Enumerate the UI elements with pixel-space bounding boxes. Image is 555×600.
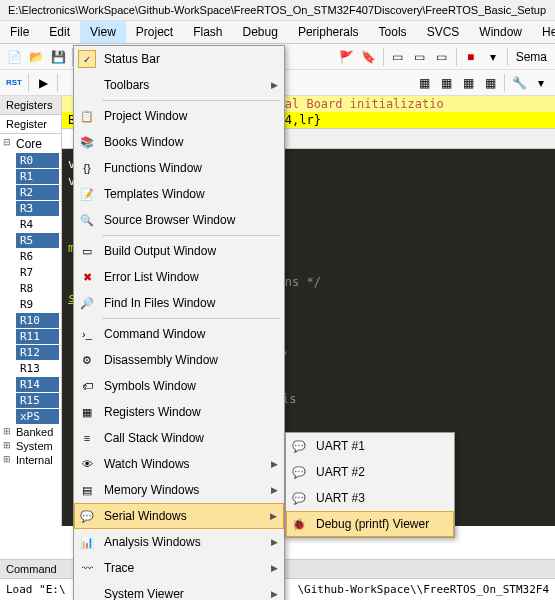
save-icon[interactable]: 💾: [48, 47, 68, 67]
grid-icon[interactable]: ▦: [414, 73, 434, 93]
register-R10[interactable]: R10: [16, 313, 59, 328]
register-R7[interactable]: R7: [16, 265, 59, 280]
register-tab[interactable]: Register: [0, 115, 61, 134]
menu-error-list-window[interactable]: ✖Error List Window: [74, 264, 284, 290]
menu-find-in-files-window[interactable]: 🔎Find In Files Window: [74, 290, 284, 316]
new-icon[interactable]: 📄: [4, 47, 24, 67]
menu-registers-window[interactable]: ▦Registers Window: [74, 399, 284, 425]
separator: [102, 318, 280, 319]
menu-symbols-window[interactable]: 🏷Symbols Window: [74, 373, 284, 399]
menu-edit[interactable]: Edit: [39, 21, 80, 43]
uart-icon: 💬: [290, 463, 308, 481]
tool-icon[interactable]: ▾: [483, 47, 503, 67]
tool-icon[interactable]: ▾: [531, 73, 551, 93]
register-xPS[interactable]: xPS: [16, 409, 59, 424]
menu-project-window[interactable]: 📋Project Window: [74, 103, 284, 129]
register-R0[interactable]: R0: [16, 153, 59, 168]
menu-templates-window[interactable]: 📝Templates Window: [74, 181, 284, 207]
register-group-core[interactable]: Core: [2, 136, 59, 152]
menu-build-output-window[interactable]: ▭Build Output Window: [74, 238, 284, 264]
books-icon: 📚: [78, 133, 96, 151]
register-group-banked[interactable]: Banked: [2, 425, 59, 439]
menu-watch-windows[interactable]: 👁Watch Windows▶: [74, 451, 284, 477]
register-R15[interactable]: R15: [16, 393, 59, 408]
menu-toolbars[interactable]: Toolbars▶: [74, 72, 284, 98]
menu-flash[interactable]: Flash: [183, 21, 232, 43]
submenu-uart2[interactable]: 💬UART #2: [286, 459, 454, 485]
uart-icon: 💬: [290, 489, 308, 507]
submenu-uart1[interactable]: 💬UART #1: [286, 433, 454, 459]
grid-icon[interactable]: ▦: [480, 73, 500, 93]
bookmark-icon[interactable]: 🔖: [359, 47, 379, 67]
registers-title: Registers: [0, 96, 61, 115]
separator: [507, 48, 508, 66]
menu-books-window[interactable]: 📚Books Window: [74, 129, 284, 155]
register-R4[interactable]: R4: [16, 217, 59, 232]
menu-file[interactable]: File: [0, 21, 39, 43]
menu-command-window[interactable]: ›_Command Window: [74, 321, 284, 347]
menu-call-stack-window[interactable]: ≡Call Stack Window: [74, 425, 284, 451]
menu-project[interactable]: Project: [126, 21, 183, 43]
menu-status-bar[interactable]: ✓Status Bar: [74, 46, 284, 72]
menu-functions-window[interactable]: {}Functions Window: [74, 155, 284, 181]
menu-source-browser-window[interactable]: 🔍Source Browser Window: [74, 207, 284, 233]
tool-icon[interactable]: 🔧: [509, 73, 529, 93]
register-R11[interactable]: R11: [16, 329, 59, 344]
reset-icon[interactable]: RST: [4, 73, 24, 93]
serial-windows-submenu: 💬UART #1 💬UART #2 💬UART #3 🐞Debug (print…: [285, 432, 455, 538]
menubar: File Edit View Project Flash Debug Perip…: [0, 21, 555, 44]
submenu-arrow-icon: ▶: [271, 80, 278, 90]
window-icon[interactable]: ▭: [410, 47, 430, 67]
printf-icon: 🐞: [290, 515, 308, 533]
memory-icon: ▤: [78, 481, 96, 499]
register-R6[interactable]: R6: [16, 249, 59, 264]
blank-icon: [78, 76, 96, 94]
run-icon[interactable]: ▶: [33, 73, 53, 93]
menu-serial-windows[interactable]: 💬Serial Windows▶: [74, 503, 284, 529]
submenu-debug-printf-viewer[interactable]: 🐞Debug (printf) Viewer: [286, 511, 454, 537]
flag-icon[interactable]: 🚩: [337, 47, 357, 67]
register-R12[interactable]: R12: [16, 345, 59, 360]
menu-svcs[interactable]: SVCS: [417, 21, 470, 43]
menu-debug[interactable]: Debug: [233, 21, 288, 43]
analysis-icon: 📊: [78, 533, 96, 551]
menu-analysis-windows[interactable]: 📊Analysis Windows▶: [74, 529, 284, 555]
error-icon: ✖: [78, 268, 96, 286]
register-R9[interactable]: R9: [16, 297, 59, 312]
tool-icon[interactable]: ■: [461, 47, 481, 67]
separator: [102, 235, 280, 236]
window-icon[interactable]: ▭: [432, 47, 452, 67]
menu-window[interactable]: Window: [469, 21, 532, 43]
browser-icon: 🔍: [78, 211, 96, 229]
grid-icon[interactable]: ▦: [458, 73, 478, 93]
menu-disassembly-window[interactable]: ⚙Disassembly Window: [74, 347, 284, 373]
register-R14[interactable]: R14: [16, 377, 59, 392]
symbols-icon: 🏷: [78, 377, 96, 395]
register-group-system[interactable]: System: [2, 439, 59, 453]
watch-icon: 👁: [78, 455, 96, 473]
menu-peripherals[interactable]: Peripherals: [288, 21, 369, 43]
templates-icon: 📝: [78, 185, 96, 203]
uart-icon: 💬: [290, 437, 308, 455]
project-icon: 📋: [78, 107, 96, 125]
window-icon[interactable]: ▭: [388, 47, 408, 67]
menu-help[interactable]: Help: [532, 21, 555, 43]
register-R3[interactable]: R3: [16, 201, 59, 216]
submenu-uart3[interactable]: 💬UART #3: [286, 485, 454, 511]
submenu-arrow-icon: ▶: [271, 537, 278, 547]
menu-system-viewer[interactable]: System Viewer▶: [74, 581, 284, 600]
menu-memory-windows[interactable]: ▤Memory Windows▶: [74, 477, 284, 503]
register-R5[interactable]: R5: [16, 233, 59, 248]
menu-view[interactable]: View: [80, 21, 126, 43]
register-R1[interactable]: R1: [16, 169, 59, 184]
menu-trace[interactable]: 〰Trace▶: [74, 555, 284, 581]
callstack-icon: ≡: [78, 429, 96, 447]
menu-tools[interactable]: Tools: [369, 21, 417, 43]
register-R13[interactable]: R13: [16, 361, 59, 376]
register-group-internal[interactable]: Internal: [2, 453, 59, 467]
register-R8[interactable]: R8: [16, 281, 59, 296]
separator: [504, 74, 505, 92]
grid-icon[interactable]: ▦: [436, 73, 456, 93]
open-icon[interactable]: 📂: [26, 47, 46, 67]
register-R2[interactable]: R2: [16, 185, 59, 200]
